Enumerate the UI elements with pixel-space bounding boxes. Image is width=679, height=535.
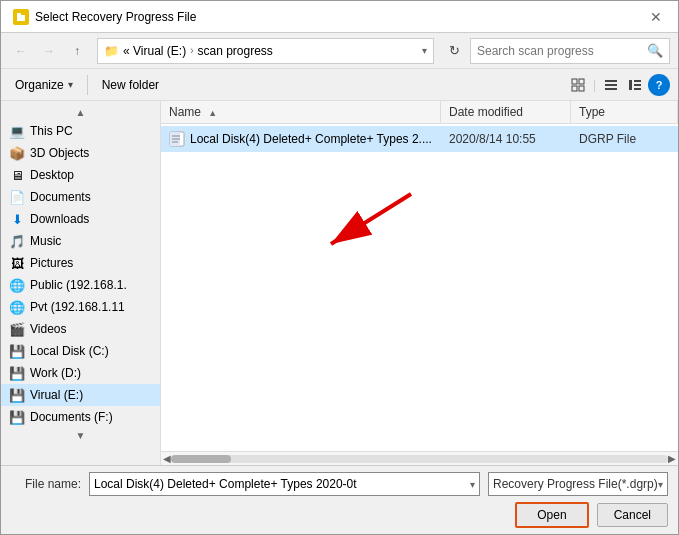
view-icons: | ? [567,74,670,96]
title-bar-left: Select Recovery Progress File [13,9,196,25]
sidebar-label-downloads: Downloads [30,212,89,226]
filename-input-wrap: ▾ [89,472,480,496]
sidebar-item-local-disk-c[interactable]: 💾 Local Disk (C:) [1,340,160,362]
desktop-icon: 🖥 [9,167,25,183]
svg-rect-3 [572,79,577,84]
sidebar-item-documents[interactable]: 📄 Documents [1,186,160,208]
column-header-type[interactable]: Type [571,101,678,123]
scrollbar-thumb[interactable] [171,455,231,463]
breadcrumb-bar[interactable]: 📁 « Virual (E:) › scan progress ▾ [97,38,434,64]
dialog-icon [13,9,29,25]
sidebar-label-work-d: Work (D:) [30,366,81,380]
back-button[interactable]: ← [9,39,33,63]
refresh-button[interactable]: ↻ [442,39,466,63]
sidebar-item-virual-e[interactable]: 💾 Virual (E:) [1,384,160,406]
forward-button[interactable]: → [37,39,61,63]
file-list: Local Disk(4) Deleted+ Complete+ Types 2… [161,124,678,451]
documents-icon: 📄 [9,189,25,205]
breadcrumb-expand-icon[interactable]: ▾ [422,45,427,56]
svg-rect-8 [605,84,617,86]
3d-objects-icon: 📦 [9,145,25,161]
help-button[interactable]: ? [648,74,670,96]
sidebar-item-documents-f[interactable]: 💾 Documents (F:) [1,406,160,428]
sidebar-item-music[interactable]: 🎵 Music [1,230,160,252]
file-row[interactable]: Local Disk(4) Deleted+ Complete+ Types 2… [161,126,678,152]
sidebar-label-this-pc: This PC [30,124,73,138]
file-name-text: Local Disk(4) Deleted+ Complete+ Types 2… [190,132,432,146]
search-input[interactable] [477,44,643,58]
pictures-icon: 🖼 [9,255,25,271]
nav-bar: ← → ↑ 📁 « Virual (E:) › scan progress ▾ … [1,33,678,69]
annotation-arrow [281,184,441,264]
sidebar-label-documents: Documents [30,190,91,204]
scroll-down-indicator: ▼ [1,428,160,443]
sidebar-label-pictures: Pictures [30,256,73,270]
scroll-left-button[interactable]: ◀ [163,453,171,464]
filename-dropdown-icon[interactable]: ▾ [470,479,475,490]
open-button[interactable]: Open [515,502,588,528]
scroll-right-button[interactable]: ▶ [668,453,676,464]
svg-rect-6 [579,86,584,91]
work-d-icon: 💾 [9,365,25,381]
view-detail-button[interactable] [624,74,646,96]
sidebar-item-videos[interactable]: 🎬 Videos [1,318,160,340]
local-disk-c-icon: 💾 [9,343,25,359]
sidebar-item-3d-objects[interactable]: 📦 3D Objects [1,142,160,164]
virual-e-icon: 💾 [9,387,25,403]
filetype-dropdown-icon[interactable]: ▾ [658,479,663,490]
file-list-header: Name ▲ Date modified Type [161,101,678,124]
organize-chevron-icon: ▾ [68,79,73,90]
sidebar-item-pictures[interactable]: 🖼 Pictures [1,252,160,274]
breadcrumb-separator: › [190,45,193,56]
toolbar: Organize ▾ New folder | ? [1,69,678,101]
title-bar: Select Recovery Progress File ✕ [1,1,678,33]
view-separator: | [593,78,596,92]
scrollbar-track [171,455,668,463]
svg-line-15 [331,194,411,244]
cancel-button[interactable]: Cancel [597,503,668,527]
sidebar-item-downloads[interactable]: ⬇ Downloads [1,208,160,230]
sidebar-item-pvt[interactable]: 🌐 Pvt (192.168.1.11 [1,296,160,318]
svg-rect-11 [634,80,641,82]
file-icon [169,131,185,147]
organize-label: Organize [15,78,64,92]
dialog-window: Select Recovery Progress File ✕ ← → ↑ 📁 … [0,0,679,535]
column-header-date[interactable]: Date modified [441,101,571,123]
filename-label: File name: [11,477,81,491]
sidebar-item-public[interactable]: 🌐 Public (192.168.1. [1,274,160,296]
pvt-icon: 🌐 [9,299,25,315]
videos-icon: 🎬 [9,321,25,337]
toolbar-separator [87,75,88,95]
sidebar-label-music: Music [30,234,61,248]
breadcrumb-part2: scan progress [197,44,272,58]
sidebar-item-desktop[interactable]: 🖥 Desktop [1,164,160,186]
public-icon: 🌐 [9,277,25,293]
svg-rect-10 [629,80,632,90]
svg-rect-2 [17,13,21,16]
organize-button[interactable]: Organize ▾ [9,75,79,95]
new-folder-label: New folder [102,78,159,92]
svg-rect-7 [605,80,617,82]
sidebar-item-this-pc[interactable]: 💻 This PC [1,120,160,142]
file-cell-type: DGRP File [571,130,678,148]
horizontal-scrollbar[interactable]: ◀ ▶ [161,451,678,465]
new-folder-button[interactable]: New folder [96,75,165,95]
file-cell-name: Local Disk(4) Deleted+ Complete+ Types 2… [161,129,441,149]
column-header-name[interactable]: Name ▲ [161,101,441,123]
bottom-bar: File name: ▾ Recovery Progress File(*.dg… [1,465,678,534]
up-button[interactable]: ↑ [65,39,89,63]
search-bar: 🔍 [470,38,670,64]
sidebar-label-local-disk-c: Local Disk (C:) [30,344,109,358]
breadcrumb-part1: « Virual (E:) [123,44,186,58]
breadcrumb-folder-icon: 📁 [104,44,119,58]
documents-f-icon: 💾 [9,409,25,425]
filename-input[interactable] [94,477,470,491]
close-button[interactable]: ✕ [646,7,666,27]
filetype-text: Recovery Progress File(*.dgrp) [493,477,658,491]
view-list-button[interactable] [600,74,622,96]
view-tiles-button[interactable] [567,74,589,96]
sidebar-label-public: Public (192.168.1. [30,278,127,292]
filetype-wrap: Recovery Progress File(*.dgrp) ▾ [488,472,668,496]
downloads-icon: ⬇ [9,211,25,227]
sidebar-item-work-d[interactable]: 💾 Work (D:) [1,362,160,384]
